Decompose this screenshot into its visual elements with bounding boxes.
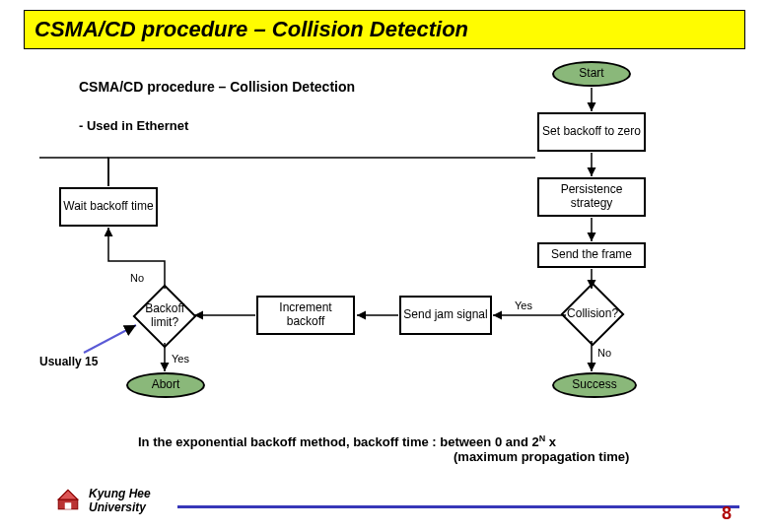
university-logo-icon bbox=[55, 487, 81, 512]
svg-rect-19 bbox=[65, 502, 72, 509]
svg-marker-18 bbox=[58, 490, 78, 499]
slide-subtitle: CSMA/CD procedure – Collision Detection bbox=[79, 79, 355, 95]
node-success: Success bbox=[552, 372, 637, 398]
node-send-frame: Send the frame bbox=[537, 242, 646, 268]
node-abort: Abort bbox=[126, 372, 205, 398]
edge-label-limit-no: No bbox=[130, 272, 144, 284]
node-send-jam: Send jam signal bbox=[399, 296, 492, 335]
page-number: 8 bbox=[722, 503, 732, 524]
node-backoff-limit-decision: Backoff limit? bbox=[132, 284, 196, 348]
caption-text-2: (maximum propagation time) bbox=[454, 449, 629, 464]
caption: In the exponential backoff method, backo… bbox=[138, 433, 629, 464]
annotation-usually-15: Usually 15 bbox=[39, 355, 98, 368]
caption-text-1b: x bbox=[545, 434, 556, 449]
node-set-backoff-zero: Set backoff to zero bbox=[537, 112, 646, 152]
footer-rule bbox=[177, 505, 739, 508]
node-start: Start bbox=[552, 61, 631, 87]
university-name: Kyung HeeUniversity bbox=[89, 487, 151, 514]
note-used-in-ethernet: - Used in Ethernet bbox=[79, 118, 188, 133]
edge-label-collision-yes: Yes bbox=[515, 299, 532, 311]
node-persistence-strategy: Persistence strategy bbox=[537, 177, 646, 217]
node-collision-decision: Collision? bbox=[560, 282, 624, 346]
caption-text-1: In the exponential backoff method, backo… bbox=[138, 434, 539, 449]
node-collision-label: Collision? bbox=[567, 307, 618, 321]
svg-line-16 bbox=[84, 325, 136, 353]
node-backoff-limit-label: Backoff limit? bbox=[145, 302, 184, 330]
node-wait-backoff: Wait backoff time bbox=[59, 187, 158, 227]
slide-title: CSMA/CD procedure – Collision Detection bbox=[24, 10, 745, 49]
edge-label-collision-no: No bbox=[597, 347, 611, 359]
edge-label-limit-yes: Yes bbox=[172, 353, 189, 365]
node-increment-backoff: Increment backoff bbox=[256, 296, 355, 335]
